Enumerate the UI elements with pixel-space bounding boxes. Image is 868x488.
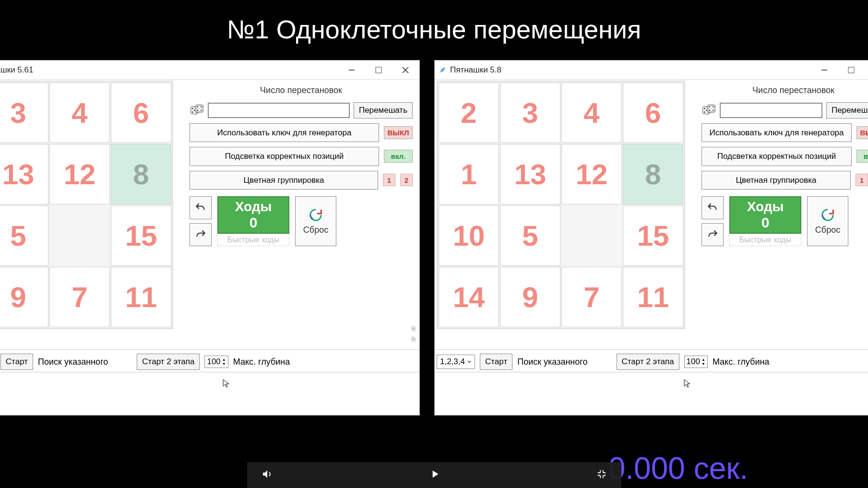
puzzle-tile[interactable]: 5 [500, 205, 560, 266]
page-title: №1 Одноклеточные перемещения [0, 0, 868, 44]
puzzle-tile[interactable]: 15 [111, 205, 171, 266]
reset-label: Сброс [815, 225, 840, 235]
puzzle-tile[interactable]: 1 [439, 144, 499, 204]
use-key-button[interactable]: Использовать ключ для генератора [702, 123, 852, 142]
puzzle-board: 234611312810515149711 [437, 81, 685, 329]
log-area [0, 372, 419, 415]
start-stage2-button[interactable]: Старт 2 этапа [617, 354, 679, 370]
puzzle-tile[interactable]: 2 [439, 83, 499, 143]
maximize-button[interactable] [844, 63, 858, 77]
puzzle-tile[interactable]: 12 [49, 144, 110, 204]
puzzle-tile[interactable]: 15 [623, 205, 683, 266]
svg-point-12 [201, 106, 202, 107]
puzzle-tile[interactable]: 7 [49, 267, 110, 327]
shuffle-count-input[interactable] [720, 103, 822, 118]
puzzle-tile[interactable]: 3 [500, 83, 560, 143]
depth-label: Макс. глубина [713, 357, 769, 367]
reset-button[interactable]: Сброс [807, 196, 848, 246]
puzzle-tile[interactable]: 12 [561, 144, 622, 204]
puzzle-tile[interactable]: 14 [439, 267, 499, 327]
reset-button[interactable]: Сброс [295, 196, 336, 246]
puzzle-tile[interactable]: 8 [111, 144, 171, 204]
highlight-toggle[interactable]: вкл. [384, 150, 413, 163]
key-toggle[interactable]: ВЫКЛ [384, 126, 413, 139]
moves-counter: Ходы 0 [217, 196, 289, 234]
puzzle-tile[interactable]: 9 [500, 267, 560, 327]
video-player-bar [247, 462, 621, 488]
search-label: Поиск указанного [38, 357, 108, 367]
svg-point-20 [704, 108, 705, 109]
exit-fullscreen-icon[interactable] [596, 469, 607, 481]
undo-button[interactable] [190, 196, 212, 219]
minimize-button[interactable] [345, 63, 359, 77]
start-stage2-button[interactable]: Старт 2 этапа [137, 354, 200, 370]
svg-point-28 [709, 110, 710, 111]
svg-point-22 [706, 110, 707, 111]
moves-count: 0 [250, 214, 258, 231]
shuffle-button[interactable]: Перемешать [354, 102, 413, 119]
svg-point-14 [201, 110, 202, 111]
highlight-toggle[interactable]: вкл. [856, 150, 868, 163]
feather-icon [439, 66, 446, 74]
app-window-left: Пятнашки 5.61 234611312810515149711 Числ… [0, 60, 420, 416]
moves-counter: Ходы 0 [729, 196, 801, 234]
redo-button[interactable] [702, 223, 724, 246]
copy-icon[interactable]: ⎘ [412, 325, 416, 333]
depth-label: Макс. глубина [233, 357, 290, 367]
fast-moves-label: Быстрые ходы [217, 234, 289, 246]
start-button[interactable]: Старт [0, 354, 33, 370]
puzzle-tile[interactable]: 6 [623, 83, 683, 143]
color-grouping-button[interactable]: Цветная группировка [190, 171, 378, 190]
dice-icon[interactable] [702, 103, 716, 118]
depth-spinner[interactable]: 100▲▼ [204, 356, 228, 368]
svg-point-8 [192, 111, 193, 113]
shuffle-count-label: Число перестановок [190, 85, 413, 95]
puzzle-tile[interactable]: 8 [623, 144, 683, 204]
svg-rect-16 [848, 67, 854, 73]
puzzle-tile[interactable]: 9 [0, 267, 48, 327]
puzzle-tile[interactable]: 4 [49, 83, 110, 143]
close-button[interactable] [398, 63, 413, 77]
use-key-button[interactable]: Использовать ключ для генератора [190, 123, 379, 142]
svg-point-26 [709, 106, 710, 107]
puzzle-tile[interactable]: 10 [439, 205, 499, 266]
puzzle-tile[interactable]: 5 [0, 205, 48, 266]
window-title: Пятнашки 5.8 [450, 65, 817, 75]
titlebar: Пятнашки 5.8 [435, 60, 868, 80]
svg-rect-1 [376, 67, 381, 73]
key-toggle[interactable]: ВЫКЛ [856, 126, 868, 139]
svg-point-13 [197, 110, 198, 111]
play-icon[interactable] [428, 468, 441, 482]
maximize-button[interactable] [371, 63, 386, 77]
depth-spinner[interactable]: 100▲▼ [684, 356, 708, 368]
highlight-button[interactable]: Подсветка корректных позиций [190, 147, 379, 166]
group-chip-1[interactable]: 1 [383, 174, 395, 186]
shuffle-button[interactable]: Перемешать [826, 102, 868, 119]
redo-button[interactable] [190, 223, 212, 246]
puzzle-tile[interactable]: 7 [561, 267, 622, 327]
puzzle-tile[interactable]: 6 [111, 83, 171, 143]
minimize-button[interactable] [817, 63, 832, 77]
puzzle-tile[interactable]: 11 [623, 267, 683, 327]
group-chip-1[interactable]: 1 [856, 174, 868, 186]
puzzle-tile[interactable]: 3 [0, 83, 48, 143]
puzzle-tile [49, 205, 110, 266]
highlight-button[interactable]: Подсветка корректных позиций [702, 147, 852, 166]
undo-button[interactable] [702, 196, 724, 219]
puzzle-tile[interactable]: 13 [0, 144, 48, 204]
puzzle-tile[interactable]: 13 [500, 144, 560, 204]
puzzle-tile[interactable]: 4 [561, 83, 622, 143]
svg-point-7 [194, 110, 195, 111]
window-title: Пятнашки 5.61 [0, 65, 345, 75]
svg-point-11 [197, 106, 198, 107]
color-grouping-button[interactable]: Цветная группировка [702, 171, 851, 190]
target-select[interactable]: 1,2,3,4 [437, 355, 475, 369]
copy-icon-2[interactable]: ⎘ [412, 335, 416, 343]
shuffle-count-label: Число перестановок [702, 85, 868, 95]
puzzle-tile[interactable]: 11 [111, 267, 171, 327]
shuffle-count-input[interactable] [208, 103, 350, 118]
volume-icon[interactable] [262, 468, 273, 482]
start-button[interactable]: Старт [480, 354, 512, 370]
group-chip-2[interactable]: 2 [400, 174, 413, 186]
dice-icon[interactable] [190, 103, 204, 118]
